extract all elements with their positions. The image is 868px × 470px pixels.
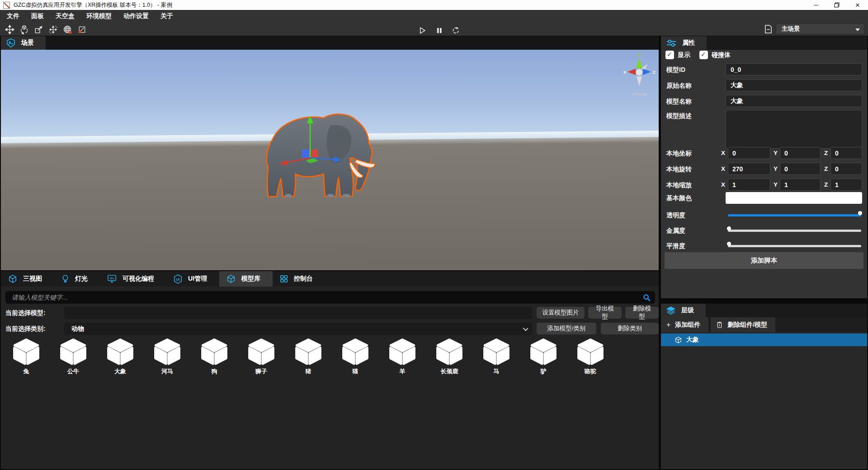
rect-transform-tool-button[interactable] (47, 24, 58, 35)
restore-icon (834, 2, 840, 8)
close-button[interactable]: ✕ (847, 0, 868, 10)
add-model-category-button[interactable]: 添加模型/类别 (537, 323, 596, 334)
opacity-slider-knob[interactable] (858, 211, 862, 215)
original-name-input[interactable] (726, 79, 862, 91)
pivot-toggle-button[interactable] (76, 24, 87, 35)
visible-checkbox[interactable] (665, 51, 674, 59)
model-item[interactable]: 狗 (193, 338, 236, 376)
scale-y-input[interactable] (780, 179, 821, 191)
scale-x-input[interactable] (728, 179, 770, 191)
visible-checkbox-group[interactable]: 显示 (665, 51, 690, 59)
bottom-panel: 三视图 灯光 可视化编程 UI UI管理 (1, 271, 659, 469)
add-component-button[interactable]: + 添加组件 (661, 317, 708, 332)
minimize-button[interactable]: ─ (806, 0, 826, 10)
metallic-slider-knob[interactable] (727, 226, 731, 230)
global-local-toggle-button[interactable] (62, 24, 73, 35)
base-color-swatch[interactable] (726, 192, 862, 204)
tab-model-library[interactable]: 模型库 (219, 271, 273, 287)
model-item-label: 马 (494, 367, 500, 376)
scene-selector-dropdown[interactable]: 主场景 (776, 24, 864, 34)
model-item[interactable]: 长颈鹿 (428, 338, 471, 376)
scene-3d-view[interactable]: Y X Z <Persp (1, 50, 659, 270)
model-item[interactable]: 驴 (522, 338, 565, 376)
delete-component-button[interactable]: 删除组件/模型 (711, 317, 775, 332)
model-item[interactable]: 大象 (99, 338, 142, 376)
scale-z-input[interactable] (830, 179, 862, 191)
category-select[interactable]: 动物 (64, 323, 532, 335)
svg-text:UI: UI (176, 277, 180, 281)
menu-action-settings[interactable]: 动作设置 (123, 12, 149, 20)
orientation-gizmo[interactable]: Y X Z <Persp (621, 52, 657, 97)
model-item[interactable]: 兔 (5, 338, 48, 376)
rotation-y-input[interactable] (780, 163, 821, 175)
tab-console[interactable]: 控制台 (273, 271, 325, 287)
opacity-label: 透明度 (666, 212, 685, 220)
menu-panel[interactable]: 面板 (31, 12, 44, 20)
move-icon (5, 25, 14, 34)
refresh-button[interactable] (450, 25, 461, 36)
model-search-input[interactable] (5, 291, 655, 304)
smoothness-slider-knob[interactable] (727, 242, 731, 246)
perspective-label[interactable]: <Persp (621, 91, 657, 97)
metallic-slider[interactable] (728, 230, 861, 232)
play-icon (419, 27, 426, 34)
model-item[interactable]: 骆驼 (569, 338, 612, 376)
rotation-x-input[interactable] (728, 163, 770, 175)
position-y-input[interactable] (780, 147, 821, 159)
hierarchy-tab-strip: 层级 (661, 304, 867, 317)
hierarchy-item-selected[interactable]: 大象 (661, 334, 867, 346)
tab-label: 模型库 (241, 275, 260, 283)
model-item[interactable]: 猪 (287, 338, 330, 376)
export-model-button[interactable]: 导出模型 (588, 307, 622, 319)
menu-skybox[interactable]: 天空盒 (56, 12, 75, 20)
add-script-button[interactable]: 添加脚本 (665, 252, 863, 269)
selected-model-input[interactable] (64, 307, 532, 319)
menu-about[interactable]: 关于 (160, 12, 173, 20)
position-z-input[interactable] (830, 147, 862, 159)
model-description-label: 模型描述 (666, 112, 692, 120)
tab-visual-programming[interactable]: 可视化编程 (100, 271, 166, 287)
collider-checkbox-group[interactable]: 碰撞体 (699, 51, 731, 59)
tab-ui-management[interactable]: UI UI管理 (166, 271, 219, 287)
tab-three-view[interactable]: 三视图 (1, 271, 54, 287)
axis-y-label: Y (774, 181, 778, 188)
delete-category-button[interactable]: 删除类别 (601, 323, 659, 334)
delete-model-button[interactable]: 删除模型 (625, 307, 659, 319)
tab-scene[interactable]: 场景 (1, 36, 46, 50)
model-item-label: 猪 (306, 367, 311, 376)
menu-env-model[interactable]: 环境模型 (86, 12, 112, 20)
play-button[interactable] (417, 25, 428, 36)
restore-button[interactable] (826, 0, 847, 10)
set-model-image-button[interactable]: 设置模型图片 (537, 307, 585, 319)
model-item[interactable]: 公牛 (52, 338, 95, 376)
menu-file[interactable]: 文件 (7, 12, 19, 20)
tab-properties[interactable]: 属性 (661, 36, 707, 50)
model-item[interactable]: 猫 (334, 338, 377, 376)
model-name-input[interactable] (726, 95, 862, 107)
tab-hierarchy[interactable]: 层级 (661, 304, 706, 317)
model-item-label: 兔 (24, 367, 29, 376)
model-item[interactable]: 羊 (381, 338, 424, 376)
smoothness-slider[interactable] (728, 245, 861, 247)
model-description-textarea[interactable] (726, 110, 862, 149)
opacity-slider[interactable] (728, 214, 861, 216)
axis-y-label: Y (638, 53, 641, 58)
model-id-input[interactable] (726, 63, 862, 75)
move-tool-button[interactable] (4, 24, 15, 35)
pause-button[interactable] (434, 25, 444, 36)
model-item[interactable]: 河马 (146, 338, 189, 376)
search-icon[interactable] (643, 294, 651, 303)
selected-model-elephant[interactable] (262, 110, 376, 200)
position-x-input[interactable] (728, 147, 770, 159)
rotation-z-input[interactable] (830, 163, 862, 175)
collider-checkbox[interactable] (699, 51, 708, 59)
model-item[interactable]: 狮子 (240, 338, 283, 376)
plus-icon: + (666, 321, 670, 329)
properties-tab-strip: 属性 (661, 36, 867, 50)
rotate-tool-button[interactable] (19, 24, 29, 35)
model-item[interactable]: 马 (475, 338, 518, 376)
scale-tool-button[interactable] (33, 24, 44, 35)
tab-lighting[interactable]: 灯光 (54, 271, 100, 287)
model-cube-icon (58, 338, 89, 366)
model-cube-icon (152, 338, 183, 366)
